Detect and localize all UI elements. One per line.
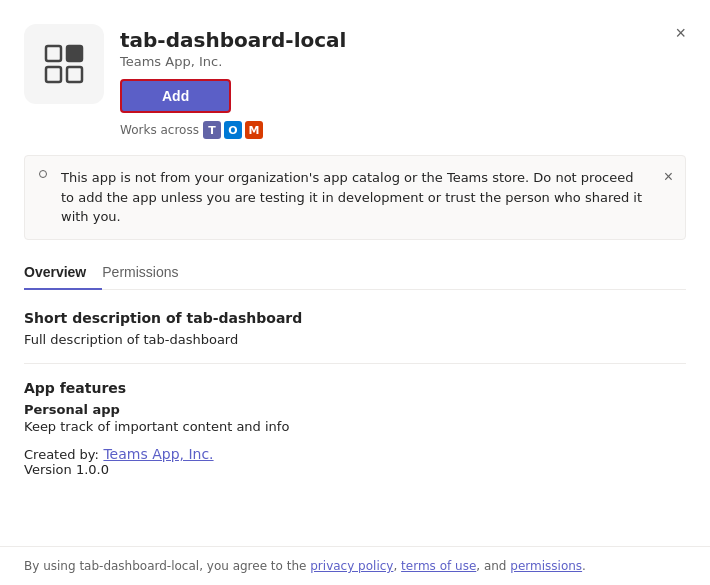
close-button[interactable]: × [671,20,690,46]
privacy-policy-link[interactable]: privacy policy [310,559,393,573]
app-icon [24,24,104,104]
warning-close-button[interactable]: × [662,166,675,188]
personal-app-text: Keep track of important content and info [24,419,686,434]
footer-and: , and [476,559,510,573]
app-info: tab-dashboard-local Teams App, Inc. Add … [120,24,686,139]
tabs: Overview Permissions [24,256,686,290]
app-name: tab-dashboard-local [120,28,686,52]
warning-dot-icon [39,170,47,178]
platform-icons: T O M [203,121,263,139]
terms-link[interactable]: terms of use [401,559,476,573]
works-across-label: Works across [120,123,199,137]
permissions-link[interactable]: permissions [510,559,582,573]
svg-rect-0 [46,46,61,61]
tab-overview[interactable]: Overview [24,256,102,290]
footer-period: . [582,559,586,573]
divider-1 [24,363,686,364]
works-across: Works across T O M [120,121,686,139]
created-by-label: Created by: [24,447,99,462]
created-by-row: Created by: Teams App, Inc. [24,446,686,462]
add-button[interactable]: Add [120,79,231,113]
outlook-icon: O [224,121,242,139]
svg-rect-1 [46,67,61,82]
warning-banner: This app is not from your organization's… [24,155,686,240]
short-description-text: Full description of tab-dashboard [24,332,686,347]
svg-rect-3 [67,67,82,82]
short-description-title: Short description of tab-dashboard [24,310,686,326]
footer-comma: , [393,559,397,573]
version-text: Version 1.0.0 [24,462,686,477]
tab-permissions[interactable]: Permissions [102,256,194,290]
footer: By using tab-dashboard-local, you agree … [0,546,710,585]
personal-app-label: Personal app [24,402,686,417]
warning-text: This app is not from your organization's… [61,170,642,224]
teams-icon: T [203,121,221,139]
created-by-link[interactable]: Teams App, Inc. [103,446,213,462]
overview-content: Short description of tab-dashboard Full … [0,290,710,547]
app-features-title: App features [24,380,686,396]
app-install-modal: tab-dashboard-local Teams App, Inc. Add … [0,0,710,585]
svg-rect-4 [67,46,82,61]
footer-text-before: By using tab-dashboard-local, you agree … [24,559,310,573]
m365-icon: M [245,121,263,139]
app-publisher: Teams App, Inc. [120,54,686,69]
modal-header: tab-dashboard-local Teams App, Inc. Add … [0,0,710,139]
